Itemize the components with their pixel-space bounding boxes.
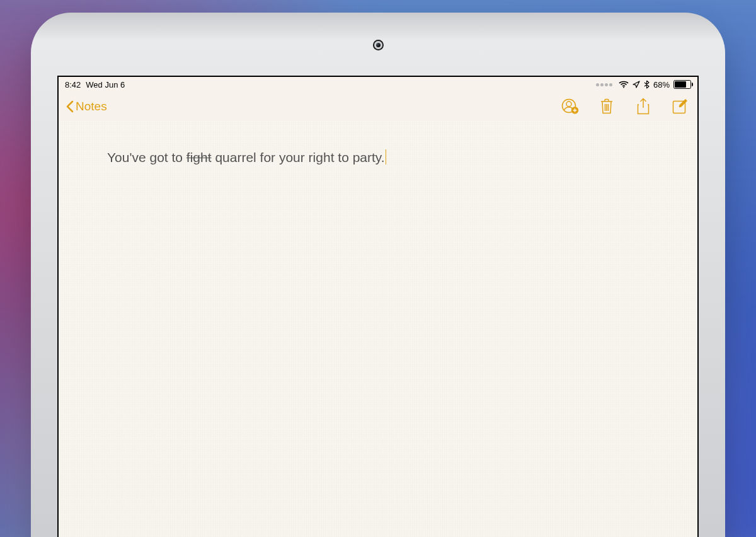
wifi-icon [619,81,629,88]
status-time: 8:42 [65,80,81,90]
battery-icon [673,80,691,89]
ipad-device-frame: 8:42 Wed Jun 6 [33,14,723,537]
status-bar: 8:42 Wed Jun 6 [59,77,697,92]
note-body-text[interactable]: You've got to fight quarrel for your rig… [107,149,679,166]
note-paper[interactable]: You've got to fight quarrel for your rig… [59,121,697,537]
add-person-icon [561,98,579,115]
app-toolbar: Notes [59,92,697,121]
bluetooth-icon [644,80,650,89]
location-icon [633,81,640,88]
trash-icon [600,98,614,115]
camera-lens-icon [374,41,382,49]
battery-percent: 68% [653,80,670,90]
svg-point-2 [566,101,571,107]
svg-point-0 [623,87,624,88]
delete-button[interactable] [598,98,616,115]
status-date: Wed Jun 6 [86,80,125,90]
ipad-screen: 8:42 Wed Jun 6 [57,76,699,537]
front-camera [33,40,723,49]
share-button[interactable] [634,98,652,115]
compose-icon [672,98,688,115]
note-text-before: You've got to [107,150,186,165]
text-cursor [386,149,387,165]
add-person-button[interactable] [561,98,579,115]
back-button[interactable]: Notes [65,100,107,113]
recent-apps-dots-icon [596,83,612,86]
back-label: Notes [76,100,107,113]
share-icon [636,98,650,115]
note-text-struck: fight [186,150,212,165]
compose-button[interactable] [671,98,689,115]
chevron-left-icon [65,100,74,113]
note-text-after: quarrel for your right to party. [212,150,385,165]
